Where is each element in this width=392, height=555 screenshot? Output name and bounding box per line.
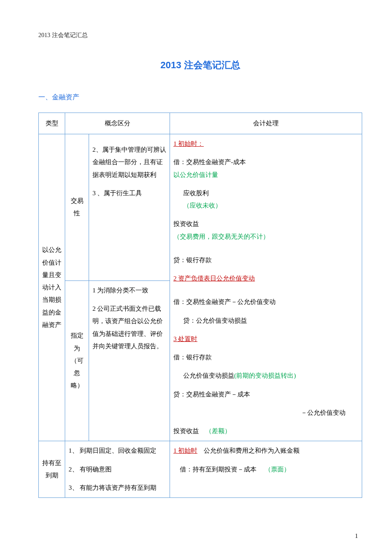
- cell-concept-htm: 1、 到期日固定、回收金额固定 2、 有明确意图 3、 有能力将该资产持有至到期: [65, 441, 170, 498]
- para: 2、 有明确意图: [69, 463, 166, 476]
- th-accounting: 会计处理: [170, 113, 362, 134]
- table-header-row: 类型 概念区分 会计处理: [39, 113, 362, 134]
- step-heading: 3 处置时: [173, 335, 197, 342]
- para: 3、 有能力将该资产持有至到期: [69, 482, 166, 494]
- entry-line: 借：交易性金融资产－公允价值变动: [173, 296, 358, 308]
- entry-line: 投资收益: [173, 428, 199, 434]
- para: 2、属于集中管理的可辨认金融组合一部分，且有证据表明近期以短期获利: [92, 144, 166, 181]
- cell-concept-designated: 1 为消除分类不一致 2 公司正式书面文件已载明，该资产组合以公允价值为基础进行…: [89, 280, 170, 441]
- th-concept: 概念区分: [65, 113, 170, 134]
- cell-type-fvtpl: 以公允价值计量且变动计入当期损益的金融资产: [39, 134, 65, 441]
- entry-note: （票面）: [265, 466, 290, 473]
- entry-line: 借：交易性金融资产-成本: [173, 159, 246, 165]
- entry-line: 贷：公允价值变动损益: [173, 315, 358, 327]
- cell-accounting-fvtpl: 1 初始时： 借：交易性金融资产-成本 以公允价值计量 应收股利 （应收未收） …: [170, 134, 362, 441]
- running-header: 2013 注会笔记汇总: [38, 30, 362, 41]
- para: 1 为消除分类不一致: [92, 284, 166, 297]
- entry-line: 贷：银行存款: [173, 254, 358, 266]
- entry-line: 公允价值变动损益: [173, 372, 234, 379]
- cell-concept-trading: 2、属于集中管理的可辨认金融组合一部分，且有证据表明近期以短期获利 3 、属于衍…: [89, 134, 170, 281]
- step-heading: 1 初始时：: [173, 140, 204, 147]
- notes-table: 类型 概念区分 会计处理 以公允价值计量且变动计入当期损益的金融资产 交易性 2…: [38, 113, 362, 498]
- entry-note: 以公允价值计量: [173, 171, 218, 178]
- th-type: 类型: [39, 113, 65, 134]
- cell-accounting-htm: 1 初始时 公允价值和费用之和作为入账金额 借：持有至到期投资－成本 （票面）: [170, 441, 362, 498]
- cell-sub-designated: 指定为（可忽略）: [65, 280, 89, 441]
- entry-line: －公允价值变动: [173, 407, 358, 419]
- page-number: 1: [355, 531, 358, 542]
- entry-note: 公允价值和费用之和作为入账金额: [204, 447, 300, 454]
- entry-note: （应收未收）: [173, 199, 358, 212]
- para: 2 公司正式书面文件已载明，该资产组合以公允价值为基础进行管理、评价并向关键管理…: [92, 303, 166, 353]
- entry-note: （差额）: [205, 428, 231, 434]
- entry-line: 投资收益: [173, 220, 199, 227]
- para: 3 、属于衍生工具: [92, 187, 166, 199]
- entry-note: （交易费用，跟交易无关的不计）: [173, 233, 269, 240]
- table-row: 以公允价值计量且变动计入当期损益的金融资产 交易性 2、属于集中管理的可辨认金融…: [39, 134, 362, 281]
- entry-line: 借：银行存款: [173, 351, 358, 364]
- step-heading: 2 资产负债表日公允价值变动: [173, 275, 255, 282]
- entry-line: 贷：交易性金融资产－成本: [173, 388, 358, 401]
- entry-line: 借：持有至到期投资－成本: [173, 466, 257, 473]
- entry-line: 应收股利: [173, 187, 358, 199]
- cell-sub-trading: 交易性: [65, 134, 89, 281]
- entry-note: (前期的变动损益转出): [234, 372, 296, 379]
- document-title: 2013 注会笔记汇总: [38, 56, 362, 74]
- table-row: 持有至到期 1、 到期日固定、回收金额固定 2、 有明确意图 3、 有能力将该资…: [39, 441, 362, 498]
- para: 1、 到期日固定、回收金额固定: [69, 445, 166, 457]
- step-heading: 1 初始时: [173, 447, 197, 454]
- section-heading-1: 一、金融资产: [38, 91, 362, 104]
- cell-type-htm: 持有至到期: [39, 441, 65, 498]
